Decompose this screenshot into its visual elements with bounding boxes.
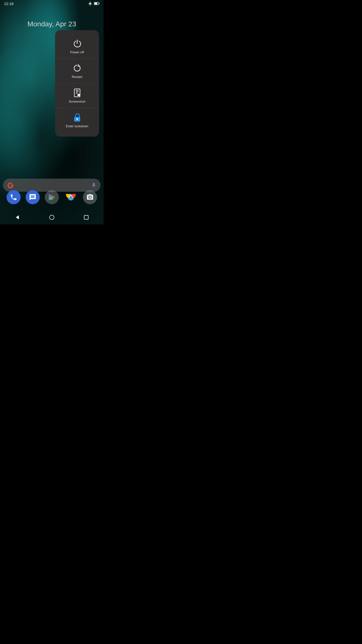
lock-icon — [72, 113, 82, 122]
screenshot-icon — [72, 88, 82, 98]
svg-marker-15 — [16, 215, 19, 219]
dock-play-store-app[interactable] — [45, 190, 59, 204]
back-button[interactable] — [12, 212, 22, 222]
status-icons — [88, 1, 100, 6]
svg-rect-1 — [94, 3, 97, 5]
svg-rect-11 — [77, 119, 77, 120]
dock-phone-app[interactable] — [7, 190, 21, 204]
dock-camera-app[interactable] — [83, 190, 97, 204]
svg-rect-8 — [77, 94, 80, 96]
enter-lockdown-button[interactable]: Enter lockdown — [55, 108, 99, 133]
power-off-label: Power off — [70, 50, 84, 54]
restart-button[interactable]: Restart — [55, 59, 99, 84]
dock-chrome-app[interactable] — [64, 190, 78, 204]
enter-lockdown-label: Enter lockdown — [66, 124, 88, 128]
recents-button[interactable] — [81, 212, 91, 222]
dock — [0, 187, 104, 207]
power-menu: Power off Restart Screenshot — [55, 30, 99, 137]
power-icon — [72, 39, 82, 48]
date-display: Monday, Apr 23 — [0, 20, 104, 28]
status-time: 12:18 — [4, 2, 14, 6]
svg-rect-2 — [99, 3, 99, 4]
power-off-button[interactable]: Power off — [55, 34, 99, 59]
svg-point-16 — [50, 215, 54, 220]
svg-rect-17 — [84, 215, 88, 219]
restart-icon — [72, 63, 82, 73]
home-button[interactable] — [47, 212, 57, 222]
airplane-icon — [88, 1, 93, 6]
screenshot-button[interactable]: Screenshot — [55, 84, 99, 108]
restart-label: Restart — [72, 75, 82, 79]
nav-bar — [0, 210, 104, 224]
date-text: Monday, Apr 23 — [27, 20, 76, 28]
battery-icon — [94, 2, 100, 5]
status-bar: 12:18 — [0, 0, 104, 7]
screenshot-label: Screenshot — [69, 100, 85, 103]
dock-messages-app[interactable] — [26, 190, 40, 204]
